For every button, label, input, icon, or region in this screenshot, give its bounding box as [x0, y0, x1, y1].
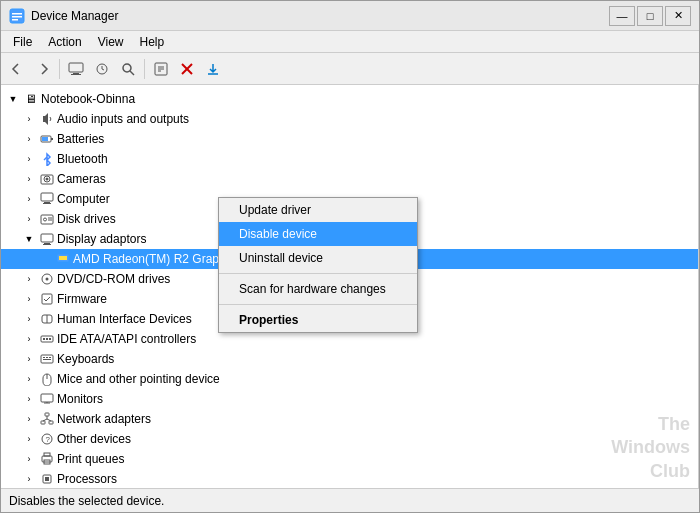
svg-rect-6: [71, 74, 81, 75]
tree-item-audio[interactable]: › Audio inputs and outputs: [1, 109, 698, 129]
menu-help[interactable]: Help: [132, 33, 173, 51]
svg-rect-48: [49, 357, 51, 358]
remove-device-button[interactable]: [175, 57, 199, 81]
ctx-uninstall-device[interactable]: Uninstall device: [219, 246, 417, 270]
tree-item-mice[interactable]: › Mice and other pointing device: [1, 369, 698, 389]
dvd-label: DVD/CD-ROM drives: [57, 272, 170, 286]
bluetooth-label: Bluetooth: [57, 152, 108, 166]
svg-rect-32: [44, 243, 50, 244]
window-title: Device Manager: [31, 9, 609, 23]
svg-rect-26: [43, 203, 51, 204]
tree-item-bluetooth[interactable]: › Bluetooth: [1, 149, 698, 169]
ide-label: IDE ATA/ATAPI controllers: [57, 332, 196, 346]
svg-rect-66: [45, 477, 49, 481]
svg-rect-56: [49, 421, 53, 424]
menu-action[interactable]: Action: [40, 33, 89, 51]
svg-rect-1: [12, 13, 22, 15]
svg-point-37: [46, 278, 49, 281]
mice-label: Mice and other pointing device: [57, 372, 220, 386]
disk-icon: [39, 211, 55, 227]
tree-item-keyboards[interactable]: › Keyboards: [1, 349, 698, 369]
computer-expand-icon: ›: [21, 191, 37, 207]
svg-rect-31: [41, 234, 53, 242]
print-expand-icon: ›: [21, 451, 37, 467]
cameras-icon: [39, 171, 55, 187]
svg-rect-54: [45, 413, 49, 416]
other-label: Other devices: [57, 432, 131, 446]
print-label: Print queues: [57, 452, 124, 466]
back-button[interactable]: [5, 57, 29, 81]
svg-point-23: [46, 178, 49, 181]
other-icon: ?: [39, 431, 55, 447]
computer-properties-button[interactable]: [64, 57, 88, 81]
context-menu: Update driver Disable device Uninstall d…: [218, 197, 418, 333]
processors-expand-icon: ›: [21, 471, 37, 487]
svg-rect-4: [69, 63, 83, 72]
forward-button[interactable]: [31, 57, 55, 81]
status-text: Disables the selected device.: [9, 494, 164, 508]
amd-expand-icon: [37, 251, 53, 267]
bluetooth-icon: [39, 151, 55, 167]
tree-item-print[interactable]: › Print queues: [1, 449, 698, 469]
app-icon: [9, 8, 25, 24]
network-label: Network adapters: [57, 412, 151, 426]
disk-expand-icon: ›: [21, 211, 37, 227]
batteries-icon: [39, 131, 55, 147]
update-driver-button[interactable]: [90, 57, 114, 81]
ctx-properties[interactable]: Properties: [219, 308, 417, 332]
firmware-label: Firmware: [57, 292, 107, 306]
disk-label: Disk drives: [57, 212, 116, 226]
svg-point-8: [123, 64, 131, 72]
tree-root[interactable]: ▼ 🖥 Notebook-Obinna: [1, 89, 698, 109]
properties-button[interactable]: [149, 57, 173, 81]
monitors-expand-icon: ›: [21, 391, 37, 407]
svg-rect-2: [12, 16, 22, 18]
tree-item-processors[interactable]: › Processors: [1, 469, 698, 488]
svg-rect-19: [42, 137, 48, 141]
processors-icon: [39, 471, 55, 487]
toolbar: [1, 53, 699, 85]
scan-changes-button[interactable]: [116, 57, 140, 81]
tree-item-network[interactable]: › Network adapters: [1, 409, 698, 429]
cameras-expand-icon: ›: [21, 171, 37, 187]
svg-rect-51: [41, 394, 53, 402]
svg-rect-55: [41, 421, 45, 424]
close-button[interactable]: ✕: [665, 6, 691, 26]
menu-bar: File Action View Help: [1, 31, 699, 53]
status-bar: Disables the selected device.: [1, 488, 699, 512]
audio-expand-icon: ›: [21, 111, 37, 127]
ctx-separator: [219, 273, 417, 274]
keyboards-icon: [39, 351, 55, 367]
tree-item-other[interactable]: › ? Other devices: [1, 429, 698, 449]
tree-item-monitors[interactable]: › Monitors: [1, 389, 698, 409]
menu-file[interactable]: File: [5, 33, 40, 51]
dvd-icon: [39, 271, 55, 287]
svg-text:?: ?: [46, 435, 51, 444]
firmware-icon: [39, 291, 55, 307]
display-label: Display adaptors: [57, 232, 146, 246]
keyboards-label: Keyboards: [57, 352, 114, 366]
ctx-scan-changes[interactable]: Scan for hardware changes: [219, 277, 417, 301]
audio-label: Audio inputs and outputs: [57, 112, 189, 126]
ctx-disable-device[interactable]: Disable device: [219, 222, 417, 246]
svg-line-9: [130, 71, 134, 75]
ctx-update-label: Update driver: [239, 203, 311, 217]
svg-rect-35: [59, 256, 67, 260]
display-expand-icon: ▼: [21, 231, 37, 247]
ctx-update-driver[interactable]: Update driver: [219, 198, 417, 222]
svg-rect-18: [51, 138, 53, 140]
ctx-scan-label: Scan for hardware changes: [239, 282, 386, 296]
tree-item-batteries[interactable]: › Batteries: [1, 129, 698, 149]
menu-view[interactable]: View: [90, 33, 132, 51]
svg-rect-63: [44, 453, 50, 456]
svg-rect-24: [41, 193, 53, 201]
minimize-button[interactable]: —: [609, 6, 635, 26]
hid-expand-icon: ›: [21, 311, 37, 327]
tree-item-cameras[interactable]: › Cameras: [1, 169, 698, 189]
svg-rect-44: [49, 338, 51, 340]
download-button[interactable]: [201, 57, 225, 81]
svg-rect-46: [43, 357, 45, 358]
maximize-button[interactable]: □: [637, 6, 663, 26]
bluetooth-expand-icon: ›: [21, 151, 37, 167]
title-bar: Device Manager — □ ✕: [1, 1, 699, 31]
